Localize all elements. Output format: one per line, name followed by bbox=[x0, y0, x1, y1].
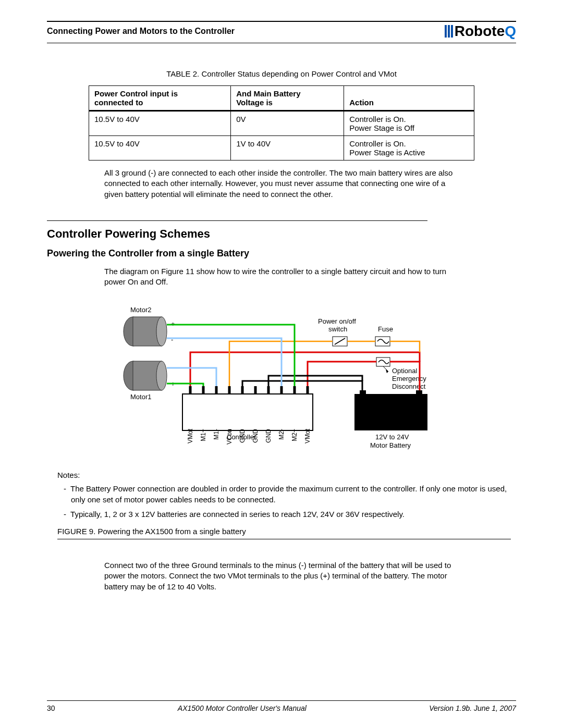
svg-line-24 bbox=[383, 366, 388, 372]
page-number: 30 bbox=[47, 704, 55, 712]
batt-label-2: Motor Battery bbox=[370, 441, 411, 449]
motor2-label: Motor2 bbox=[130, 306, 151, 314]
note-item: - The Battery Power connection are doubl… bbox=[57, 484, 516, 505]
subsection-para: The diagram on Figure 11 show how to wir… bbox=[104, 266, 459, 288]
cell: 0V bbox=[231, 111, 344, 136]
status-table: Power Control input isconnected to And M… bbox=[89, 85, 474, 161]
svg-point-2 bbox=[156, 317, 167, 346]
term-8: M2+ bbox=[291, 429, 298, 441]
brand-text: Robote bbox=[455, 23, 505, 40]
table-caption: TABLE 2. Controller Status depending on … bbox=[47, 69, 516, 78]
footer-version: Version 1.9b. June 1, 2007 bbox=[429, 704, 516, 712]
fuse-label: Fuse bbox=[378, 325, 393, 333]
cell: 1V to 40V bbox=[231, 136, 344, 161]
connect-paragraph: Connect two of the three Ground terminal… bbox=[104, 560, 459, 592]
th-batt-a: And Main Battery bbox=[236, 89, 300, 98]
cell: 10.5V to 40V bbox=[89, 136, 231, 161]
th-power-b: connected to bbox=[94, 98, 143, 107]
section-heading: Controller Powering Schemes bbox=[47, 227, 516, 241]
table-row: 10.5V to 40V 0V Controller is On.Power S… bbox=[89, 111, 474, 136]
term-9: VMot bbox=[304, 429, 311, 444]
th-power-a: Power Control input is bbox=[94, 89, 178, 98]
m2-minus: - bbox=[171, 336, 173, 343]
term-2: M1- bbox=[213, 429, 220, 440]
svg-rect-19 bbox=[416, 390, 422, 394]
th-batt-b: Voltage is bbox=[236, 98, 273, 107]
note-item: - Typically, 1, 2 or 3 x 12V batteries a… bbox=[57, 509, 516, 520]
opt-label-3: Disconnect bbox=[392, 382, 426, 390]
figure-caption: FIGURE 9. Powering the AX1500 from a sin… bbox=[57, 527, 516, 536]
switch-label-2: switch bbox=[328, 325, 347, 333]
controller-label: Controller bbox=[227, 433, 256, 441]
subsection-heading: Powering the Controller from a single Ba… bbox=[47, 248, 516, 259]
notes-label: Notes: bbox=[57, 471, 516, 479]
term-0: VMot bbox=[187, 429, 194, 444]
wiring-diagram: Motor2 Motor1 + - - + bbox=[94, 303, 469, 464]
table-row: 10.5V to 40V 1V to 40V Controller is On.… bbox=[89, 136, 474, 161]
term-7: M2- bbox=[278, 429, 285, 440]
para-after-table: All 3 ground (-) are connected to each o… bbox=[104, 168, 459, 200]
cell: Controller is On.Power Stage is Off bbox=[344, 111, 474, 136]
opt-label-1: Optional bbox=[392, 367, 418, 375]
footer-manual-title: AX1500 Motor Controller User's Manual bbox=[178, 704, 307, 712]
opt-label-2: Emergency bbox=[392, 375, 426, 382]
cell: 10.5V to 40V bbox=[89, 111, 231, 136]
logo-bars-icon bbox=[445, 25, 453, 38]
term-1: M1+ bbox=[200, 429, 207, 441]
svg-point-5 bbox=[156, 361, 167, 390]
header-section-title: Connecting Power and Motors to the Contr… bbox=[47, 27, 235, 36]
brand-q: Q bbox=[505, 23, 516, 40]
svg-rect-18 bbox=[360, 390, 366, 394]
motor1-label: Motor1 bbox=[130, 393, 151, 401]
switch-label-1: Power on/off bbox=[318, 317, 356, 325]
batt-label-1: 12V to 24V bbox=[375, 433, 409, 441]
th-action: Action bbox=[349, 98, 374, 107]
brand-logo: RoboteQ bbox=[445, 23, 516, 40]
term-6: GND bbox=[265, 429, 272, 443]
cell: Controller is On.Power Stage is Active bbox=[344, 136, 474, 161]
svg-rect-17 bbox=[354, 394, 427, 430]
svg-rect-6 bbox=[182, 394, 313, 430]
